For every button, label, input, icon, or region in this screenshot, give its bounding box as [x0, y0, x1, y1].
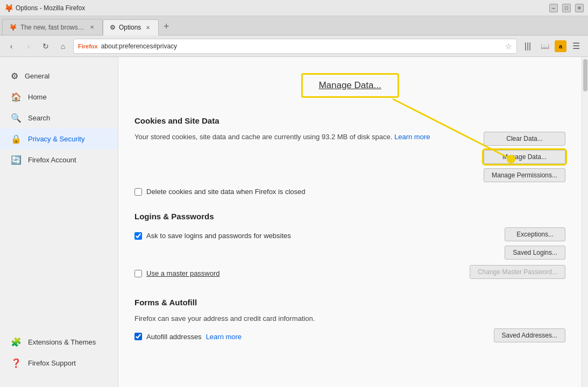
cookies-section-title: Cookies and Site Data — [134, 116, 565, 125]
home-button[interactable]: ⌂ — [56, 39, 70, 53]
minimize-button[interactable]: – — [549, 4, 558, 12]
browser-content: ⚙ General 🏠 Home 🔍 Search 🔒 Privacy & Se… — [0, 57, 588, 387]
sidebar-item-extensions-label: Extensions & Themes — [28, 338, 96, 346]
logins-section: Logins & Passwords Ask to save logins an… — [134, 212, 565, 282]
master-password-area: Use a master password — [134, 265, 459, 282]
sidebar-item-home-label: Home — [28, 93, 47, 101]
tab-options-label: Options — [119, 24, 141, 31]
nav-bar: ‹ › ↻ ⌂ Firefox about:preferences#privac… — [0, 35, 588, 57]
autofill-checkbox[interactable] — [134, 333, 142, 340]
browser-brand: Firefox — [78, 43, 98, 49]
master-password-label[interactable]: Use a master password — [146, 269, 220, 277]
cookies-row: Your stored cookies, site data and cache… — [134, 132, 565, 182]
change-master-area: Change Master Password... — [470, 265, 565, 279]
search-icon: 🔍 — [11, 113, 22, 123]
tab-label: The new, fast browser for Mac... — [20, 24, 85, 31]
logins-ask-area: Ask to save logins and passwords for web… — [134, 227, 494, 244]
ask-logins-checkbox-row: Ask to save logins and passwords for web… — [134, 232, 494, 240]
sidebar-item-general-label: General — [25, 72, 49, 80]
forward-button[interactable]: › — [22, 39, 36, 53]
saved-addresses-area: Saved Addresses... — [494, 328, 565, 342]
forms-section-title: Forms & Autofill — [134, 298, 565, 307]
sidebar-item-privacy[interactable]: 🔒 Privacy & Security — [0, 128, 118, 149]
sidebar-item-firefox-account-label: Firefox Account — [28, 156, 76, 164]
sidebar-item-home[interactable]: 🏠 Home — [0, 87, 118, 108]
cookies-desc-text: Your stored cookies, site data and cache… — [134, 133, 392, 141]
tab-close-newtab[interactable]: ✕ — [88, 24, 96, 31]
maximize-button[interactable]: □ — [562, 4, 571, 12]
window-title: Options - Mozilla Firefox — [16, 4, 549, 12]
window-controls: – □ ✕ — [549, 4, 584, 12]
tab-options-favicon: ⚙ — [110, 24, 116, 31]
cookies-desc-area: Your stored cookies, site data and cache… — [134, 132, 473, 147]
forms-description: Firefox can save your address and credit… — [134, 313, 565, 324]
extensions-icon: 🧩 — [11, 337, 22, 347]
sidebar: ⚙ General 🏠 Home 🔍 Search 🔒 Privacy & Se… — [0, 57, 118, 387]
autofill-area: Autofill addresses Learn more — [134, 328, 483, 345]
manage-permissions-button[interactable]: Manage Permissions... — [484, 168, 565, 182]
tab-new-tab[interactable]: 🦊 The new, fast browser for Mac... ✕ — [2, 19, 103, 35]
autofill-label[interactable]: Autofill addresses — [146, 333, 202, 341]
library-icon[interactable]: ||| — [520, 39, 535, 54]
master-password-checkbox-row: Use a master password — [134, 269, 459, 277]
callout-box: Manage Data... — [301, 73, 399, 98]
callout-label: Manage Data... — [318, 80, 381, 90]
amazon-icon[interactable]: a — [555, 40, 566, 52]
sidebar-item-search-label: Search — [28, 114, 50, 122]
sidebar-item-privacy-label: Privacy & Security — [28, 135, 84, 143]
tab-options[interactable]: ⚙ Options ✕ — [103, 19, 159, 35]
tab-bar: 🦊 The new, fast browser for Mac... ✕ ⚙ O… — [0, 16, 588, 35]
forms-section: Forms & Autofill Firefox can save your a… — [134, 298, 565, 345]
scrollbar[interactable] — [582, 57, 588, 387]
sidebar-item-extensions[interactable]: 🧩 Extensions & Themes — [0, 332, 118, 353]
sidebar-item-search[interactable]: 🔍 Search — [0, 108, 118, 128]
delete-cookies-label[interactable]: Delete cookies and site data when Firefo… — [146, 188, 306, 196]
bookmark-star-icon[interactable]: ☆ — [505, 42, 512, 51]
ask-logins-checkbox[interactable] — [134, 232, 142, 240]
nav-icons: ||| 📖 a ☰ — [520, 39, 584, 54]
logins-ask-row: Ask to save logins and passwords for web… — [134, 227, 565, 260]
master-password-checkbox[interactable] — [134, 270, 142, 277]
address-bar[interactable]: Firefox about:preferences#privacy ☆ — [73, 39, 517, 54]
sync-icon: 🔄 — [11, 155, 22, 165]
master-password-row: Use a master password Change Master Pass… — [134, 265, 565, 282]
back-button[interactable]: ‹ — [4, 39, 18, 53]
cookies-section: Cookies and Site Data Your stored cookie… — [134, 116, 565, 196]
logins-section-title: Logins & Passwords — [134, 212, 565, 221]
title-bar: 🦊 Options - Mozilla Firefox – □ ✕ — [0, 0, 588, 16]
sidebar-item-support[interactable]: ❓ Firefox Support — [0, 353, 118, 374]
exceptions-button[interactable]: Exceptions... — [505, 227, 565, 241]
sidebar-item-general[interactable]: ⚙ General — [0, 66, 118, 87]
help-icon: ❓ — [11, 358, 22, 368]
cookies-buttons: Clear Data... Manage Data... Manage Perm… — [484, 132, 565, 182]
window-icon: 🦊 — [4, 4, 13, 12]
sidebar-item-firefox-account[interactable]: 🔄 Firefox Account — [0, 149, 118, 170]
reader-view-icon[interactable]: 📖 — [537, 39, 552, 54]
change-master-password-button[interactable]: Change Master Password... — [470, 265, 565, 279]
delete-cookies-checkbox-row: Delete cookies and site data when Firefo… — [134, 188, 565, 196]
new-tab-button[interactable]: + — [159, 19, 174, 34]
callout-container: Manage Data... — [134, 68, 565, 111]
delete-cookies-checkbox[interactable] — [134, 188, 142, 196]
sidebar-item-support-label: Firefox Support — [28, 359, 76, 367]
close-button[interactable]: ✕ — [575, 4, 584, 12]
main-content: Manage Data... Cookies and Site Data You… — [118, 57, 582, 387]
logins-buttons: Exceptions... Saved Logins... — [505, 227, 565, 260]
autofill-row: Autofill addresses Learn more Saved Addr… — [134, 328, 565, 345]
saved-logins-button[interactable]: Saved Logins... — [505, 246, 565, 260]
lock-icon: 🔒 — [11, 134, 22, 144]
tab-close-options[interactable]: ✕ — [144, 24, 152, 31]
ask-logins-label[interactable]: Ask to save logins and passwords for web… — [146, 232, 291, 240]
clear-data-button[interactable]: Clear Data... — [484, 132, 565, 146]
reload-button[interactable]: ↻ — [39, 39, 53, 53]
content-wrapper: Manage Data... Cookies and Site Data You… — [134, 68, 565, 345]
autofill-checkbox-row: Autofill addresses Learn more — [134, 333, 483, 341]
menu-icon[interactable]: ☰ — [569, 39, 584, 54]
autofill-learn-more[interactable]: Learn more — [206, 333, 242, 341]
tab-favicon: 🦊 — [9, 24, 17, 31]
gear-icon: ⚙ — [11, 71, 18, 81]
saved-addresses-button[interactable]: Saved Addresses... — [494, 328, 565, 342]
cookies-description: Your stored cookies, site data and cache… — [134, 132, 473, 142]
manage-data-button[interactable]: Manage Data... — [484, 150, 565, 164]
cookies-learn-more[interactable]: Learn more — [394, 133, 430, 141]
